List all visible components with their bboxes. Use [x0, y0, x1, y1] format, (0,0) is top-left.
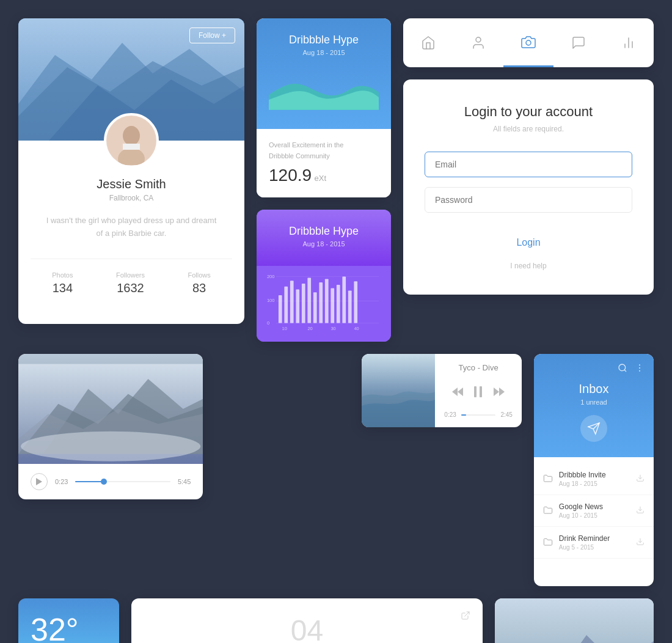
folder-icon-2: [543, 537, 553, 548]
skip-back-button[interactable]: [452, 388, 463, 396]
svg-point-5: [123, 126, 140, 145]
download-icon-1[interactable]: [636, 505, 645, 516]
follows-stat: Follows 83: [188, 271, 210, 295]
inbox-item-name-1: Google News: [559, 502, 630, 511]
music-progress: 0:23 2:45: [444, 411, 513, 418]
download-icon-0[interactable]: [636, 474, 645, 485]
svg-rect-23: [331, 288, 334, 323]
profile-header: Follow +: [18, 18, 244, 141]
blog-number: 04: [147, 614, 467, 643]
inbox-item-date-2: Aug 5 - 2015: [559, 544, 630, 551]
music-card: Tyco - Dive 0:23: [362, 354, 522, 427]
music-progress-bar[interactable]: [461, 414, 496, 416]
photos-value: 134: [52, 281, 73, 295]
svg-point-41: [21, 432, 200, 461]
photos-stat: Photos 134: [52, 271, 73, 295]
inbox-item-info-1: Google News Aug 10 - 2015: [559, 502, 630, 519]
svg-point-54: [639, 370, 640, 372]
nav-stats[interactable]: [604, 18, 654, 67]
hype-title-2: Dribbble Hype: [269, 225, 379, 238]
video-progress-bar[interactable]: [75, 481, 170, 482]
video-controls: 0:23 5:45: [18, 464, 203, 499]
hype-title-1: Dribbble Hype: [269, 34, 379, 46]
nav-home[interactable]: [403, 18, 453, 67]
video-progress-fill: [75, 481, 104, 482]
follows-label: Follows: [188, 271, 210, 279]
inbox-unread: 1 unread: [543, 399, 645, 406]
follow-button[interactable]: Follow +: [189, 28, 235, 43]
hype-header-blue: Dribbble Hype Aug 18 - 2015: [257, 18, 391, 129]
svg-rect-64: [495, 598, 654, 643]
music-time-total: 2:45: [500, 411, 512, 418]
profile-stats: Photos 134 Followers 1632 Follows 83: [31, 259, 232, 295]
svg-marker-44: [452, 388, 458, 396]
svg-rect-46: [474, 386, 477, 397]
nav-camera[interactable]: [503, 18, 553, 67]
music-time-current: 0:23: [444, 411, 456, 418]
music-body: Tyco - Dive 0:23: [435, 354, 522, 427]
followers-stat: Followers 1632: [116, 271, 145, 295]
blog-card: 04 Mountain Fog Aug 18 - 2015 What's the…: [131, 598, 483, 643]
hype-date-2: Aug 18 - 2015: [269, 240, 379, 248]
inbox-item-0[interactable]: Dribbble Invite Aug 18 - 2015: [534, 463, 654, 495]
login-help[interactable]: I need help: [425, 262, 632, 270]
inbox-item-2[interactable]: Drink Reminder Aug 5 - 2015: [534, 527, 654, 559]
inbox-item-1[interactable]: Google News Aug 10 - 2015: [534, 495, 654, 527]
svg-text:30: 30: [331, 326, 335, 330]
svg-text:20: 20: [307, 326, 312, 330]
svg-point-52: [639, 364, 640, 366]
nav-profile[interactable]: [453, 18, 503, 67]
svg-text:10: 10: [282, 326, 287, 330]
svg-line-63: [465, 612, 469, 616]
search-icon[interactable]: [618, 363, 627, 373]
svg-point-32: [476, 37, 481, 42]
svg-rect-7: [123, 144, 140, 150]
inbox-header-icons: [543, 363, 645, 373]
svg-text:40: 40: [354, 326, 359, 330]
hype-unit-1: eXt: [315, 174, 327, 183]
email-field[interactable]: [425, 152, 632, 177]
download-icon-2[interactable]: [636, 537, 645, 548]
photos-label: Photos: [52, 271, 73, 279]
external-link-icon[interactable]: [461, 611, 470, 623]
more-icon[interactable]: [635, 363, 645, 373]
password-field[interactable]: [425, 187, 632, 213]
login-title: Login to your account: [425, 104, 632, 120]
svg-text:100: 100: [267, 298, 275, 303]
login-card: Login to your account All fields are req…: [403, 79, 654, 295]
login-subtitle: All fields are required.: [425, 125, 632, 133]
chart-area: 200 100 0: [257, 266, 391, 342]
video-card: 0:23 5:45: [18, 354, 203, 499]
music-controls: [444, 386, 513, 397]
folder-icon-1: [543, 505, 553, 516]
video-time-total: 5:45: [178, 478, 191, 485]
svg-marker-45: [458, 388, 463, 396]
profile-name: Jessie Smith: [31, 177, 232, 191]
svg-rect-22: [325, 279, 329, 323]
svg-marker-48: [494, 388, 499, 396]
followers-label: Followers: [116, 271, 145, 279]
play-button[interactable]: [31, 473, 48, 490]
hype-label-2: Dribbble Community: [269, 152, 379, 160]
nav-chat[interactable]: [553, 18, 604, 67]
inbox-card: Inbox 1 unread Dribbble Invite Aug 18 - …: [534, 354, 654, 586]
hype-card-blue: Dribbble Hype Aug 18 - 2015 Overall Exci…: [257, 18, 391, 197]
svg-rect-19: [307, 278, 311, 323]
svg-marker-49: [499, 388, 505, 396]
login-button[interactable]: Login: [425, 229, 632, 257]
profile-bio: I wasn't the girl who played dress up an…: [31, 215, 232, 240]
svg-rect-15: [284, 287, 288, 323]
svg-point-33: [526, 40, 531, 45]
inbox-header: Inbox 1 unread: [534, 354, 654, 457]
video-time-current: 0:23: [55, 478, 68, 485]
svg-marker-42: [36, 478, 42, 485]
hype-card-purple: Dribbble Hype Aug 18 - 2015 200 100 0: [257, 210, 391, 342]
pause-button[interactable]: [474, 386, 483, 397]
video-thumbnail: [18, 354, 203, 464]
svg-text:200: 200: [267, 274, 275, 279]
svg-rect-18: [302, 284, 305, 323]
skip-forward-button[interactable]: [494, 388, 505, 396]
video-progress-dot: [101, 479, 107, 485]
svg-rect-24: [337, 285, 340, 323]
inbox-list: Dribbble Invite Aug 18 - 2015 Google New…: [534, 457, 654, 565]
